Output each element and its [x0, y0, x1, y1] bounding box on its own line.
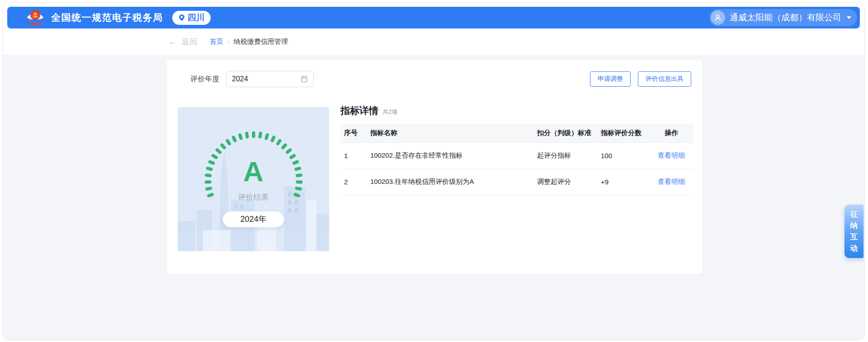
app-window: 中国税务 全国统一规范电子税务局 四川 通威太阳能（成都）有限公司 ← 返回: [2, 2, 865, 340]
rating-year-badge: 2024年: [223, 211, 284, 227]
indicators-title: 指标详情: [340, 104, 378, 117]
side-tab-char: 动: [850, 244, 858, 252]
year-picker[interactable]: 2024: [226, 71, 314, 87]
app-header: 中国税务 全国统一规范电子税务局 四川 通威太阳能（成都）有限公司: [7, 7, 860, 28]
view-detail-link[interactable]: 查看明细: [658, 151, 685, 160]
indicator-name: 100202.是否存在非经常性指标: [366, 151, 526, 160]
rating-result-label: 评价结果: [178, 192, 329, 202]
chevron-down-icon: [847, 16, 851, 19]
side-tab-char: 征: [850, 211, 858, 218]
apply-adjustment-button[interactable]: 申请调整: [590, 71, 631, 87]
year-value: 2024: [232, 75, 248, 83]
credit-management-card: 评价年度 2024 申请调整 评价信息出具: [167, 61, 702, 274]
logo-caption: 中国税务: [28, 22, 43, 26]
row-index: 1: [340, 152, 366, 159]
location-badge[interactable]: 四川: [172, 11, 211, 25]
company-switcher[interactable]: 通威太阳能（成都）有限公司: [709, 9, 857, 26]
side-tab-char: 纳: [850, 222, 858, 230]
back-arrow-icon[interactable]: ←: [168, 36, 178, 47]
view-detail-link[interactable]: 查看明细: [658, 178, 685, 186]
indicators-table: 序号 指标名称 扣分（判级）标准 指标评价分数 操作 1 100202.是否存在…: [340, 124, 693, 195]
company-name: 通威太阳能（成都）有限公司: [730, 12, 841, 23]
breadcrumb-home-link[interactable]: 首页: [210, 37, 223, 46]
side-tab-char: 互: [850, 233, 858, 241]
table-header-row: 序号 指标名称 扣分（判级）标准 指标评价分数 操作: [340, 124, 693, 143]
col-action: 操作: [650, 129, 693, 137]
tax-bureau-logo: 中国税务: [25, 9, 45, 26]
issue-evaluation-info-button[interactable]: 评价信息出具: [638, 71, 691, 87]
location-pin-icon: [178, 14, 185, 21]
indicators-count: 共2项: [382, 108, 397, 116]
rating-panel: A 评价结果 2024年: [178, 107, 329, 251]
app-title: 全国统一规范电子税务局: [51, 11, 163, 24]
indicator-score: 100: [594, 152, 650, 159]
row-index: 2: [340, 178, 366, 186]
rating-grade: A: [178, 158, 329, 186]
breadcrumb-current: 纳税缴费信用管理: [234, 37, 288, 46]
table-row: 1 100202.是否存在非经常性指标 起评分指标 100 查看明细: [340, 143, 693, 169]
indicator-standard: 调整起评分: [526, 178, 594, 186]
calendar-icon: [301, 75, 308, 83]
tax-emblem-icon: [25, 9, 45, 22]
breadcrumb: ← 返回 首页 › 纳税缴费信用管理: [168, 28, 288, 55]
col-standard: 扣分（判级）标准: [526, 129, 594, 137]
col-name: 指标名称: [366, 129, 526, 137]
breadcrumb-separator: ›: [227, 38, 230, 45]
col-score: 指标评价分数: [594, 129, 650, 137]
table-row: 2 100203.往年纳税信用评价级别为A 调整起评分 +9 查看明细: [340, 169, 693, 195]
indicator-score: +9: [594, 178, 650, 186]
indicator-standard: 起评分指标: [526, 151, 594, 160]
col-index: 序号: [340, 129, 366, 137]
indicators-header: 指标详情 共2项: [340, 104, 397, 117]
user-avatar-icon: [711, 10, 725, 25]
year-filter: 评价年度 2024: [190, 71, 314, 87]
indicator-name: 100203.往年纳税信用评价级别为A: [366, 178, 526, 186]
card-actions: 申请调整 评价信息出具: [590, 71, 691, 87]
back-button[interactable]: 返回: [182, 37, 197, 47]
location-label: 四川: [188, 12, 205, 23]
tax-interaction-side-tab[interactable]: 征 纳 互 动: [844, 205, 863, 258]
main-content: 评价年度 2024 申请调整 评价信息出具: [3, 55, 864, 340]
year-label: 评价年度: [190, 75, 219, 84]
